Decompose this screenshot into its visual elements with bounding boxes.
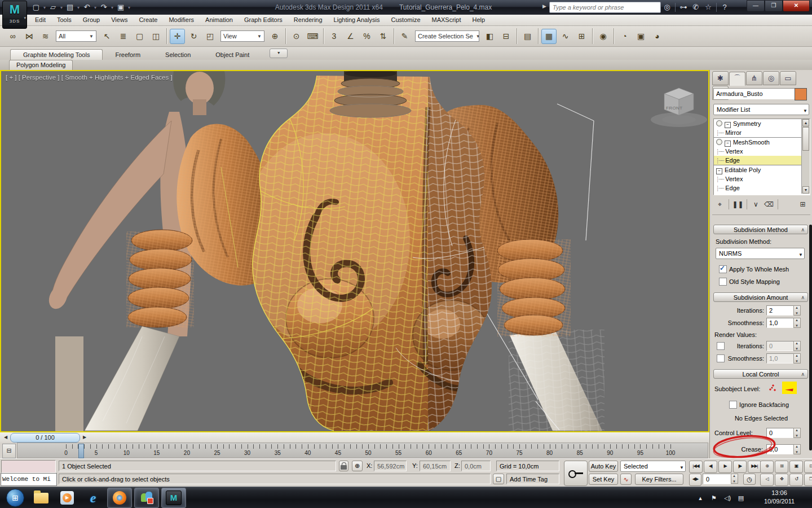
zoom-all-icon[interactable]: ⊞ (775, 461, 788, 473)
stack-item-editable-poly[interactable]: −Editable Poly (714, 165, 810, 174)
render-smoothness-spinner[interactable] (793, 353, 801, 364)
select-and-move-icon[interactable]: ✛ (170, 29, 185, 44)
collapse-icon[interactable]: − (716, 168, 722, 174)
select-and-link-icon[interactable]: ∞ (5, 29, 20, 44)
menu-modifiers[interactable]: Modifiers (163, 15, 200, 25)
absolute-offset-mode-icon[interactable]: ⊕ (352, 461, 363, 471)
y-coordinate-field[interactable]: 60,15cm (420, 461, 451, 471)
maxscript-mini-listener-pink[interactable] (1, 460, 56, 473)
zoom-extents-all-icon[interactable]: ⊡ (804, 461, 812, 473)
select-by-name-icon[interactable]: ≣ (116, 29, 131, 44)
next-frame-button[interactable]: |▶ (733, 461, 747, 473)
vertex-subobject-icon[interactable] (769, 384, 776, 392)
keyboard-shortcut-override-icon[interactable]: ⌨ (305, 29, 320, 44)
action-center-flag-icon[interactable]: ⚑ (708, 494, 720, 502)
apply-to-whole-mesh-checkbox[interactable] (719, 265, 727, 273)
scroll-up-icon[interactable]: ▲ (802, 119, 809, 126)
network-icon[interactable]: ▤ (735, 494, 747, 502)
current-frame-field[interactable]: 0 (703, 474, 731, 484)
ribbon-display-toggle[interactable]: ▾ (270, 49, 288, 58)
remove-modifier-icon[interactable]: ⌫ (762, 198, 775, 211)
ignore-backfacing-checkbox[interactable] (729, 401, 737, 409)
render-iterations-field[interactable]: 0 (766, 341, 797, 351)
control-level-spinner[interactable] (793, 428, 801, 438)
auto-key-button[interactable]: Auto Key (589, 461, 618, 472)
search-input[interactable] (549, 2, 661, 13)
redo-icon[interactable]: ↷ (98, 2, 110, 13)
project-folder-icon[interactable]: ▣ (114, 2, 127, 13)
hierarchy-tab[interactable]: ⋔ (746, 71, 762, 85)
viewport-label[interactable]: [ + ] [ Perspective ] [ Smooth + Highlig… (6, 74, 173, 81)
add-time-tag[interactable]: Add Time Tag (506, 474, 559, 484)
menu-animation[interactable]: Animation (200, 15, 239, 25)
go-to-end-button[interactable]: ▶▶| (748, 461, 761, 473)
set-key-button[interactable]: Set Key (589, 474, 618, 485)
go-to-start-button[interactable]: |◀◀ (689, 461, 703, 473)
rollout-subdivision-method[interactable]: Subdivision Method∧ (713, 225, 808, 234)
menu-graph-editors[interactable]: Graph Editors (239, 15, 288, 25)
lightbulb-icon[interactable] (716, 139, 722, 145)
subdivision-method-dropdown[interactable]: NURMS ▼ (716, 248, 805, 259)
modify-tab[interactable]: ⌒ (729, 72, 745, 86)
configure-modifier-sets-icon[interactable]: ⊞ (796, 198, 809, 211)
material-editor-icon[interactable]: ◉ (595, 29, 611, 44)
stack-item-vertex[interactable]: ┊┄┄Vertex (714, 174, 810, 183)
time-slider-prev-icon[interactable]: ◀ (2, 433, 9, 441)
isolate-cube-icon[interactable]: ▢ (493, 474, 504, 484)
smoothness-field[interactable]: 1,0 (766, 318, 797, 328)
rectangular-selection-region-icon[interactable]: ▢ (132, 29, 147, 44)
track-bar-ruler[interactable]: 0510152025303540455055606570758085909510… (17, 443, 708, 458)
volume-icon[interactable]: ◁) (722, 494, 733, 502)
start-button[interactable]: ⊞ (3, 488, 27, 507)
tray-expand-icon[interactable]: ▴ (695, 494, 706, 502)
window-crossing-toggle-icon[interactable]: ◫ (148, 29, 164, 44)
menu-lighting-analysis[interactable]: Lighting Analysis (328, 15, 386, 25)
collapse-icon[interactable]: − (725, 141, 731, 147)
menu-create[interactable]: Create (133, 15, 163, 25)
3ds-max-icon[interactable]: M (161, 488, 186, 508)
iterations-field[interactable]: 2 (766, 305, 797, 316)
taskbar-clock[interactable]: 13:06 10/09/2011 (752, 489, 806, 506)
key-filters-button[interactable]: Key Filters... (635, 474, 683, 485)
unlink-selection-icon[interactable]: ⋈ (21, 29, 37, 44)
open-mini-curve-editor-button[interactable]: ⊟ (2, 444, 16, 458)
firefox-icon[interactable] (107, 488, 132, 508)
menu-group[interactable]: Group (77, 15, 106, 25)
tab-polygon-modeling[interactable]: Polygon Modeling (9, 60, 73, 70)
angle-snap-toggle-icon[interactable]: ∠ (343, 29, 358, 44)
create-tab[interactable]: ✱ (712, 71, 729, 85)
graphite-ribbon-toggle-icon[interactable]: ▦ (541, 29, 557, 44)
orbit-icon[interactable]: ↺ (789, 474, 803, 486)
maxscript-mini-listener[interactable]: Welcome to Mi (1, 473, 57, 486)
select-object-icon[interactable]: ↖ (99, 29, 114, 44)
stack-item-vertex[interactable]: ┊┄┄Vertex (714, 147, 810, 156)
help-icon[interactable]: ? (718, 2, 731, 13)
spinner-snap-toggle-icon[interactable]: ⇅ (376, 29, 391, 44)
perspective-viewport[interactable]: [ + ] [ Perspective ] [ Smooth + Highlig… (0, 70, 709, 432)
iterations-spinner[interactable] (793, 305, 801, 316)
frame-spinner[interactable] (731, 474, 738, 484)
subscription-key-icon[interactable]: ⊶ (677, 2, 690, 13)
x-coordinate-field[interactable]: 56,592cm (374, 461, 407, 471)
stack-item-mirror[interactable]: ┊┄┄Mirror (714, 128, 810, 137)
internet-explorer-icon[interactable]: e (81, 488, 105, 507)
render-iterations-checkbox[interactable] (717, 342, 725, 350)
rendered-frame-window-icon[interactable]: ▣ (633, 29, 648, 44)
menu-customize[interactable]: Customize (386, 15, 426, 25)
close-button[interactable]: ✕ (783, 0, 810, 12)
snaps-toggle-icon[interactable]: 3 (326, 29, 342, 44)
time-slider-handle[interactable] (78, 444, 84, 458)
use-pivot-point-center-icon[interactable]: ⊕ (267, 29, 283, 44)
edge-subobject-icon[interactable] (782, 382, 797, 394)
show-end-result-icon[interactable]: ❚❚ (731, 198, 744, 211)
percent-snap-toggle-icon[interactable]: % (359, 29, 374, 44)
render-production-icon[interactable]: ◕ (650, 29, 665, 44)
object-color-swatch[interactable] (795, 88, 807, 100)
modifier-list-dropdown[interactable]: Modifier List ▼ (713, 104, 809, 115)
stack-item-edge[interactable]: ┊┄┄Edge (714, 156, 810, 165)
key-mode-toggle-icon[interactable]: ◀▶ (689, 474, 701, 486)
media-player-icon[interactable]: ▶ (55, 488, 79, 507)
named-selection-dropdown[interactable]: Create Selection Se▼ (415, 30, 479, 42)
rollout-subdivision-amount[interactable]: Subdivision Amount∧ (713, 292, 808, 302)
maximize-viewport-toggle-icon[interactable]: ❒ (804, 474, 812, 486)
